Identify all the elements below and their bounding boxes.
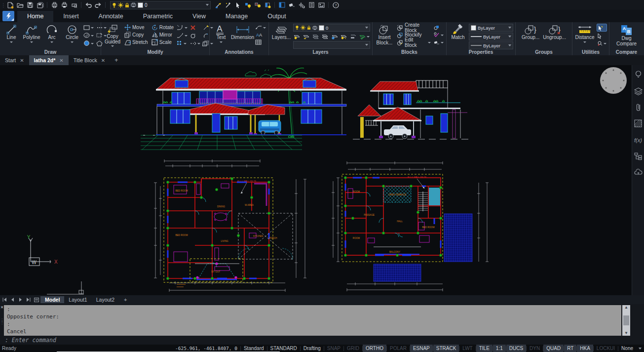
- layer-lock-tool[interactable]: [331, 33, 338, 40]
- page-setup-icon[interactable]: [50, 1, 59, 9]
- status-toggle-hka[interactable]: HKA: [577, 345, 593, 352]
- offset-tool[interactable]: [189, 32, 201, 39]
- group-button[interactable]: } Group...: [521, 24, 540, 41]
- status-field-drafting[interactable]: Drafting: [301, 345, 324, 352]
- match-properties-icon[interactable]: [214, 1, 223, 9]
- help-icon[interactable]: ?: [331, 1, 340, 9]
- layout-list-button[interactable]: [33, 296, 40, 303]
- print-icon[interactable]: [60, 1, 69, 9]
- delete-tool[interactable]: [189, 24, 201, 31]
- print-preview-icon[interactable]: [70, 1, 78, 9]
- status-menu-button[interactable]: [636, 345, 644, 352]
- fillet-tool[interactable]: [176, 24, 188, 31]
- coordinates-display[interactable]: -625.961, -461.8407, 0: [172, 345, 240, 352]
- copy-guided-button[interactable]: Copy Guided: [103, 24, 122, 47]
- render-icon[interactable]: [317, 1, 326, 9]
- drawing-explorer-icon[interactable]: [307, 1, 316, 9]
- array-tool[interactable]: [176, 40, 188, 47]
- rotate-button[interactable]: Rotate: [151, 24, 175, 31]
- block-check-tool[interactable]: [433, 31, 444, 38]
- edit-block-button[interactable]: Edit Block: [396, 39, 432, 46]
- layers-button[interactable]: Layers...: [271, 24, 292, 41]
- quick-select-tool[interactable]: [597, 39, 607, 46]
- layer-states-tool[interactable]: [359, 33, 370, 40]
- ribbon-tab-home[interactable]: Home: [17, 11, 53, 22]
- status-toggle-rt[interactable]: RT: [564, 345, 576, 352]
- circle-button[interactable]: Circle: [63, 24, 81, 43]
- status-toggle-quad[interactable]: QUAD: [543, 345, 564, 352]
- layer-freeze-tool[interactable]: [312, 33, 319, 40]
- status-toggle-lwt[interactable]: LWT: [459, 345, 475, 352]
- linetype-dropdown[interactable]: ByLayer: [469, 41, 513, 49]
- command-grip[interactable]: ⋮⋮⋮⋮: [0, 319, 4, 324]
- add-layout-button[interactable]: +: [119, 297, 131, 303]
- document-tab[interactable]: Title Block✕: [69, 55, 110, 65]
- scrollbar-thumb[interactable]: [623, 315, 629, 325]
- new-document-tab-button[interactable]: +: [110, 55, 122, 65]
- cloud-icon[interactable]: [634, 168, 643, 177]
- undo-icon[interactable]: [84, 1, 93, 9]
- prev-layout-button[interactable]: [9, 296, 16, 303]
- arc-button[interactable]: Arc: [42, 24, 61, 43]
- hatch-tool[interactable]: [83, 32, 94, 39]
- move-button[interactable]: Move: [123, 24, 149, 31]
- select-similar-icon[interactable]: [233, 1, 242, 9]
- layout-tab-layout1[interactable]: Layout1: [64, 296, 91, 303]
- color-dropdown[interactable]: ByLayer: [469, 24, 513, 32]
- block-erase-tool[interactable]: [433, 39, 444, 45]
- navigation-dial[interactable]: [600, 67, 627, 94]
- cursor-tool[interactable]: [597, 32, 607, 39]
- command-scrollbar[interactable]: ▲ ▼: [622, 305, 630, 336]
- status-toggle-strack[interactable]: STRACK: [433, 345, 459, 352]
- property-paint-icon[interactable]: [224, 1, 232, 9]
- panels-icon[interactable]: [277, 1, 286, 9]
- next-layout-button[interactable]: [17, 296, 24, 303]
- distance-button[interactable]: Distance: [574, 24, 595, 43]
- leader-tool[interactable]: [255, 24, 266, 31]
- chamfer-tool[interactable]: [176, 32, 188, 39]
- attachments-icon[interactable]: [634, 103, 643, 112]
- close-icon[interactable]: ✕: [101, 58, 105, 63]
- status-toggle-lockui[interactable]: LOCKUI: [594, 345, 618, 352]
- toolbar-grip[interactable]: ⋮: [1, 2, 5, 8]
- layer-dropdown[interactable]: 0: [293, 24, 370, 32]
- layout-tab-layout2[interactable]: Layout2: [92, 296, 119, 303]
- command-input[interactable]: : Enter command: [5, 337, 56, 344]
- explode-tool[interactable]: [189, 40, 201, 47]
- isolate-objects-icon[interactable]: [243, 1, 252, 9]
- create-block-button[interactable]: Create Block: [396, 24, 432, 31]
- copy-button[interactable]: Copy: [123, 31, 149, 39]
- ribbon-tab-annotate[interactable]: Annotate: [89, 11, 133, 22]
- structure-icon[interactable]: [634, 152, 643, 160]
- close-icon[interactable]: ✕: [0, 305, 4, 310]
- last-layout-button[interactable]: [25, 296, 32, 303]
- new-file-icon[interactable]: [6, 1, 15, 9]
- drawing-canvas[interactable]: BED ROOM W.AREA DINING BED ROOM LIVING K…: [0, 65, 632, 295]
- rectangle-tool[interactable]: [83, 24, 94, 31]
- text-button[interactable]: A Text: [212, 24, 230, 43]
- dimension-button[interactable]: Dimension: [232, 24, 253, 41]
- scale-button[interactable]: Scale: [151, 39, 175, 46]
- ungroup-button[interactable]: } Ungroup...: [542, 24, 567, 41]
- hide-objects-icon[interactable]: [253, 1, 262, 9]
- block-icon-tool[interactable]: [433, 24, 444, 31]
- polyline-button[interactable]: Polyline: [22, 24, 41, 43]
- lineweight-dropdown[interactable]: ByLayer: [469, 33, 513, 40]
- layer-state-dropdown[interactable]: [293, 41, 370, 49]
- document-tab[interactable]: Start✕: [0, 55, 29, 65]
- status-toggle-tile[interactable]: TILE: [476, 345, 492, 352]
- layer-walk-tool[interactable]: [349, 33, 357, 40]
- ribbon-tab-view[interactable]: View: [183, 11, 216, 22]
- save-icon[interactable]: [26, 1, 35, 9]
- insert-block-button[interactable]: Insert Block...: [375, 24, 394, 46]
- close-icon[interactable]: ✕: [59, 58, 63, 63]
- annotation-scale-field[interactable]: None: [618, 345, 636, 352]
- tips-icon[interactable]: [634, 70, 643, 79]
- layer-quick-combo[interactable]: 0: [110, 1, 211, 9]
- status-toggle-ortho[interactable]: ORTHO: [363, 345, 386, 352]
- status-toggle-snap[interactable]: SNAP: [324, 345, 343, 352]
- first-layout-button[interactable]: [1, 296, 8, 303]
- layout-tab-model[interactable]: Model: [40, 296, 64, 303]
- select-tool-active[interactable]: [597, 24, 607, 32]
- status-toggle-dyn[interactable]: DYN: [527, 345, 543, 352]
